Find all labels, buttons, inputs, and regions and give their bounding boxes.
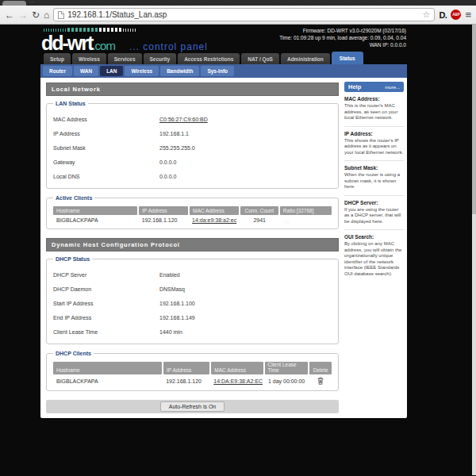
reload-icon[interactable]: ↻ <box>32 10 40 20</box>
active-clients-legend: Active Clients <box>53 195 94 201</box>
subtab-wireless[interactable]: Wireless <box>125 66 159 76</box>
main-nav-tabs: Setup Wireless Services Security Access … <box>44 52 363 64</box>
adblock-extension-icon[interactable]: ABP <box>451 10 461 20</box>
client-lease-time: 1 day 00:00:00 <box>265 376 309 385</box>
forward-icon[interactable]: → <box>18 10 28 20</box>
help-heading: OUI Search: <box>344 234 404 240</box>
client-mac-link[interactable]: 14:DA:E9:38:A2:EC <box>210 376 263 385</box>
table-header-row: Hostname IP Address MAC Address Client L… <box>53 362 332 374</box>
col-conn-count: Conn. Count <box>240 206 278 215</box>
browser-tab-strip: ... <box>0 0 476 6</box>
dhcp-daemon-row: DHCP Daemon DNSMasq <box>53 282 332 296</box>
help-section-mac: MAC Address: This is the router's MAC ad… <box>344 92 404 127</box>
field-value: DNSMasq <box>159 286 185 292</box>
browser-toolbar: ← → ↻ ⌂ 192.168.1.1/Status_Lan.asp ☆ D. … <box>0 6 476 25</box>
field-value: 192.168.1.149 <box>159 315 195 321</box>
main-column: Local Network LAN Status MAC Address C0:… <box>40 78 339 418</box>
wan-ip-text: WAN IP: 0.0.0.0 <box>279 41 406 48</box>
tab-wireless[interactable]: Wireless <box>72 53 106 64</box>
col-delete: Delete <box>309 362 332 374</box>
help-body: This shows the router's IP address as it… <box>344 138 404 156</box>
active-clients-table: Hostname IP Address MAC Address Conn. Co… <box>53 206 332 224</box>
dhcp-start-ip-row: Start IP Address 192.168.1.100 <box>53 296 332 310</box>
help-header: Help more... <box>344 82 404 92</box>
field-value: 0.0.0.0 <box>159 174 176 179</box>
field-label: MAC Address <box>53 117 159 122</box>
page-body: dd-wrt.com... control panel Firmware: DD… <box>0 25 476 475</box>
disconnect-extension-icon[interactable]: D. <box>439 10 447 20</box>
field-label: Start IP Address <box>53 301 159 306</box>
trash-icon[interactable] <box>317 377 324 385</box>
lan-dns-row: Local DNS 0.0.0.0 <box>53 169 332 183</box>
subtab-wan[interactable]: WAN <box>74 66 98 76</box>
site-header: dd-wrt.com... control panel Firmware: DD… <box>0 25 476 64</box>
col-mac: MAC Address <box>211 362 263 374</box>
auto-refresh-button[interactable]: Auto-Refresh is On <box>160 401 225 412</box>
field-label: Gateway <box>53 159 159 165</box>
help-more-link[interactable]: more... <box>385 85 400 90</box>
field-label: End IP Address <box>53 315 159 321</box>
dhcp-clients-legend: DHCP Clients <box>53 351 94 356</box>
dhcp-server-row: DHCP Server Enabled <box>53 267 332 282</box>
field-label: Client Lease Time <box>53 329 159 335</box>
client-ratio-cell: 9% <box>280 219 332 220</box>
section-local-network: Local Network <box>46 83 339 96</box>
field-value: 1440 min <box>159 329 182 335</box>
logo-suffix: .com <box>92 39 115 52</box>
client-mac-link[interactable]: 14:da:e9:38:a2:ec <box>189 215 239 224</box>
help-section-dhcp: DHCP Server: If you are using the router… <box>344 196 404 231</box>
dhcp-lease-row: Client Lease Time 1440 min <box>53 324 332 339</box>
url-text[interactable]: 192.168.1.1/Status_Lan.asp <box>67 10 419 19</box>
subtab-sys-info[interactable]: Sys-Info <box>201 66 234 76</box>
footer-bar: Auto-Refresh is On <box>46 400 339 413</box>
logo-name: dd-wrt <box>41 32 92 54</box>
col-hostname: Hostname <box>53 362 162 374</box>
table-row: BIGBLACKPAPA 192.168.1.120 14:da:e9:38:a… <box>53 215 332 224</box>
back-icon[interactable]: ← <box>5 10 14 20</box>
content-area: Local Network LAN Status MAC Address C0:… <box>40 78 407 418</box>
active-clients-group: Active Clients Hostname IP Address MAC A… <box>46 198 339 229</box>
tab-security[interactable]: Security <box>144 53 177 64</box>
firmware-text: Firmware: DD-WRT v3.0-r29020M (02/17/16) <box>279 27 406 34</box>
help-section-subnet: Subnet Mask: When the router is using a … <box>344 161 404 196</box>
menu-icon[interactable]: ≡ <box>465 9 471 21</box>
subtab-bandwidth[interactable]: Bandwidth <box>160 66 199 76</box>
home-icon[interactable]: ⌂ <box>44 10 49 20</box>
field-value: 192.168.1.100 <box>159 301 195 306</box>
bookmark-star-icon[interactable]: ☆ <box>423 10 431 20</box>
field-label: IP Address <box>53 131 159 136</box>
url-bar[interactable]: 192.168.1.1/Status_Lan.asp ☆ <box>53 8 435 21</box>
help-body: By clicking on any MAC address, you will… <box>344 241 404 277</box>
page-icon <box>58 11 64 19</box>
client-ip: 192.168.1.120 <box>163 376 209 385</box>
browser-tab[interactable] <box>2 1 26 6</box>
help-heading: Subnet Mask: <box>344 165 404 171</box>
table-row: BIGBLACKPAPA 192.168.1.120 14:DA:E9:38:A… <box>53 374 332 386</box>
help-body: This is the router's MAC address, as see… <box>344 103 404 121</box>
help-body: When the router is using a subnet mask, … <box>344 172 404 190</box>
field-value: 0.0.0.0 <box>159 159 176 165</box>
tab-status[interactable]: Status <box>332 52 363 64</box>
tab-administration[interactable]: Administration <box>281 53 330 64</box>
help-body: If you are using the router as a DHCP se… <box>344 207 404 225</box>
section-dhcp: Dynamic Host Configuration Protocol <box>46 238 339 251</box>
field-value: 255.255.255.0 <box>159 145 195 151</box>
router-mac-link[interactable]: C0:56:27:C9:60:BD <box>159 117 208 122</box>
lan-gateway-row: Gateway 0.0.0.0 <box>53 155 332 169</box>
field-label: DHCP Daemon <box>53 286 159 292</box>
tab-overflow-dots: ... <box>29 0 34 3</box>
tab-access-restrictions[interactable]: Access Restrictions <box>178 53 240 64</box>
client-hostname: BIGBLACKPAPA <box>53 376 161 385</box>
page-scrollbar[interactable] <box>472 25 476 475</box>
tab-services[interactable]: Services <box>108 53 142 64</box>
delete-client-cell <box>310 374 332 386</box>
subtab-lan[interactable]: LAN <box>100 66 123 76</box>
col-client-lease-time: Client Lease Time <box>265 362 309 374</box>
table-header-row: Hostname IP Address MAC Address Conn. Co… <box>53 206 332 215</box>
client-conn-count: 2941 <box>240 215 278 224</box>
tab-nat-qos[interactable]: NAT / QoS <box>241 53 279 64</box>
dhcp-clients-group: DHCP Clients Hostname IP Address MAC Add… <box>46 353 339 391</box>
field-label: DHCP Server <box>53 272 159 278</box>
tab-setup[interactable]: Setup <box>44 53 71 64</box>
subtab-router[interactable]: Router <box>43 66 72 76</box>
